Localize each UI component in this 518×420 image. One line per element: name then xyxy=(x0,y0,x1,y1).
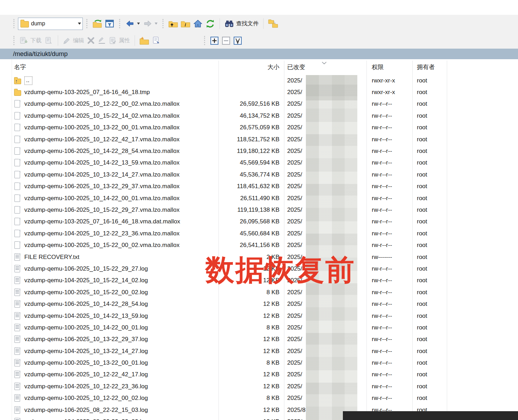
download-button[interactable]: 下载 xyxy=(18,36,43,46)
select-button[interactable] xyxy=(209,35,220,46)
table-row[interactable]: vzdump-qemu-103-2025_07_16-16_46_18.vma.… xyxy=(12,216,518,228)
toolbar-separator xyxy=(58,35,58,46)
table-row[interactable]: vzdump-qemu-100-2025_10_14-22_00_01.log8… xyxy=(12,322,518,333)
chevron-down-icon[interactable] xyxy=(137,23,140,25)
column-header-size[interactable]: 大小 xyxy=(218,63,284,71)
table-row[interactable]: vzdump-qemu-106-2025_10_13-22_29_37.log1… xyxy=(12,334,518,345)
table-row[interactable]: vzdump-qemu-104-2025_10_15-22_14_02.vma.… xyxy=(12,110,518,122)
chevron-down-icon[interactable] xyxy=(78,23,81,25)
table-row[interactable]: vzdump-qemu-104-2025_10_13-22_14_27.vma.… xyxy=(12,169,518,180)
column-divider[interactable] xyxy=(218,61,219,420)
table-row[interactable]: vzdump-qemu-100-2025_10_12-22_00_02.vma.… xyxy=(12,98,518,110)
toolbar-area: dump xyxy=(0,15,518,49)
find-files-button[interactable]: 查找文件 xyxy=(223,18,260,29)
refresh-button[interactable] xyxy=(204,18,216,30)
permissions-cell: rw-r--r-- xyxy=(366,124,412,131)
table-row[interactable]: vzdump-qemu-103-2025_07_16-16_46_18.tmp2… xyxy=(12,86,518,98)
home-directory-button[interactable] xyxy=(192,18,204,29)
table-row[interactable]: vzdump-qemu-106-2025_10_12-22_42_17.vma.… xyxy=(12,134,518,145)
secondary-toolbar: 下载 编辑 xyxy=(0,32,518,49)
size-cell: 26,511,490 KB xyxy=(218,195,284,202)
size-cell: 12 KB xyxy=(218,336,284,343)
column-divider[interactable] xyxy=(366,61,367,420)
toolbar-gripper[interactable] xyxy=(86,19,88,28)
table-row[interactable]: vzdump-qemu-106-2025_10_13-22_29_37.vma.… xyxy=(12,181,518,192)
root-directory-button[interactable]: / xyxy=(179,18,192,29)
table-row[interactable]: vzdump-qemu-106-2025_10_14-22_28_54.vma.… xyxy=(12,145,518,157)
owner-cell: root xyxy=(412,100,447,107)
size-cell: 45,536,774 KB xyxy=(218,171,284,178)
name-cell: vzdump-qemu-104-2025_08_22-22_23_02.log xyxy=(12,418,218,420)
toolbar-gripper[interactable] xyxy=(13,36,16,45)
download-and-delete-button[interactable] xyxy=(43,36,55,46)
column-header-name[interactable]: 名字 xyxy=(12,63,218,71)
permissions-cell: rw-r--r-- xyxy=(366,383,412,390)
table-row[interactable]: vzdump-qemu-100-2025_10_13-22_00_01.log8… xyxy=(12,357,518,369)
forward-button[interactable] xyxy=(141,18,159,29)
sync-folders-icon xyxy=(268,19,278,28)
unselect-button[interactable] xyxy=(220,35,232,46)
owner-cell: root xyxy=(412,254,447,261)
table-row[interactable]: vzdump-qemu-100-2025_10_15-22_00_02.log8… xyxy=(12,286,518,298)
size-cell: 26,592,516 KB xyxy=(218,100,284,107)
table-row[interactable]: vzdump-qemu-104-2025_10_12-22_23_36.vma.… xyxy=(12,228,518,239)
table-row[interactable]: vzdump-qemu-106-2025_10_15-22_29_27.vma.… xyxy=(12,204,518,216)
file-name: vzdump-qemu-106-2025_10_15-22_29_27.vma.… xyxy=(24,206,179,214)
properties-button[interactable]: 属性 xyxy=(107,36,131,46)
table-row[interactable]: vzdump-qemu-104-2025_10_13-22_14_27.log1… xyxy=(12,345,518,357)
toolbar-gripper[interactable] xyxy=(162,19,165,28)
table-row[interactable]: ↑..2025/rwxr-xr-xroot xyxy=(12,75,518,86)
table-row[interactable]: vzdump-qemu-104-2025_10_14-22_13_59.log1… xyxy=(12,310,518,322)
sort-indicator-icon xyxy=(322,62,327,64)
path-bar[interactable]: /media/tiziukt/dump xyxy=(0,49,518,59)
download-icon xyxy=(19,37,28,45)
folder-icon xyxy=(14,88,21,97)
permissions-cell: rw-r--r-- xyxy=(366,230,412,237)
name-cell: vzdump-qemu-103-2025_07_16-16_46_18.vma.… xyxy=(12,217,218,226)
arrow-back-icon xyxy=(125,19,135,28)
text-file-icon xyxy=(14,323,21,332)
table-row[interactable]: vzdump-qemu-100-2025_10_12-22_00_02.log8… xyxy=(12,393,518,404)
toolbar-gripper[interactable] xyxy=(119,19,121,28)
toolbar-gripper[interactable] xyxy=(204,36,206,45)
name-cell: vzdump-qemu-100-2025_10_12-22_00_02.log xyxy=(12,394,218,402)
file-icon xyxy=(14,182,21,191)
owner-cell: root xyxy=(412,242,447,249)
owner-cell: root xyxy=(412,218,447,225)
file-name: vzdump-qemu-106-2025_10_13-22_29_37.log xyxy=(24,336,148,343)
table-row[interactable]: vzdump-qemu-106-2025_10_14-22_28_54.log1… xyxy=(12,298,518,310)
file-name: vzdump-qemu-100-2025_10_12-22_00_02.log xyxy=(24,395,148,402)
table-row[interactable]: vzdump-qemu-104-2025_10_12-22_23_36.log1… xyxy=(12,381,518,392)
table-row[interactable]: vzdump-qemu-104-2025_10_14-22_13_59.vma.… xyxy=(12,157,518,169)
select-same-extension-button[interactable] xyxy=(232,35,243,46)
owner-cell: root xyxy=(412,183,447,190)
delete-x-icon xyxy=(87,37,95,44)
name-cell: vzdump-qemu-100-2025_10_14-22_00_01.vma.… xyxy=(12,194,218,203)
parent-directory-button[interactable] xyxy=(167,18,179,29)
edit-button[interactable]: 编辑 xyxy=(61,36,86,46)
synchronize-button[interactable] xyxy=(267,18,279,29)
home-icon xyxy=(193,19,203,28)
table-row[interactable]: vzdump-qemu-100-2025_10_13-22_00_01.vma.… xyxy=(12,122,518,134)
column-divider[interactable] xyxy=(284,61,284,420)
open-directory-button[interactable] xyxy=(91,18,104,29)
filter-icon xyxy=(105,19,114,28)
column-header-owner[interactable]: 拥有者 xyxy=(412,63,447,71)
directory-combobox[interactable]: dump xyxy=(18,18,83,30)
column-divider[interactable] xyxy=(447,61,447,420)
chevron-down-icon[interactable] xyxy=(155,23,158,25)
column-header-permissions[interactable]: 权限 xyxy=(366,63,412,71)
filter-button[interactable] xyxy=(104,18,116,29)
new-file-button[interactable] xyxy=(150,35,162,46)
rename-button[interactable] xyxy=(96,36,107,45)
toolbar-gripper[interactable] xyxy=(13,19,16,28)
new-folder-button[interactable] xyxy=(138,35,150,46)
column-divider[interactable] xyxy=(412,61,413,420)
text-file-icon xyxy=(14,335,21,344)
table-row[interactable]: vzdump-qemu-100-2025_10_15-22_00_02.vma.… xyxy=(12,239,518,251)
table-row[interactable]: vzdump-qemu-106-2025_10_12-22_42_17.log1… xyxy=(12,369,518,381)
back-button[interactable] xyxy=(124,18,141,29)
delete-button[interactable] xyxy=(86,36,96,45)
table-row[interactable]: vzdump-qemu-100-2025_10_14-22_00_01.vma.… xyxy=(12,192,518,204)
file-name: FILE RECOVERY.txt xyxy=(24,254,79,261)
